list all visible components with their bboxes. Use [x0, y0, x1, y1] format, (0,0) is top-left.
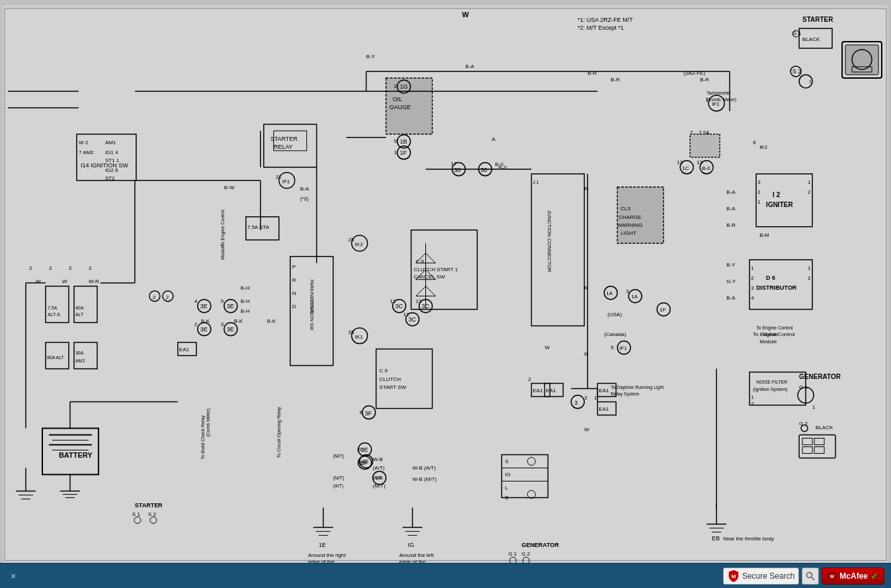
- svg-text:2: 2: [528, 376, 531, 382]
- svg-text:2: 2: [166, 294, 169, 300]
- svg-text:(Comb. Meter): (Comb. Meter): [706, 97, 736, 103]
- svg-text:B-R: B-R: [611, 77, 620, 83]
- svg-text:W-R: W-R: [89, 278, 99, 284]
- svg-text:B-0: B-0: [702, 165, 710, 171]
- svg-text:B-K: B-K: [234, 318, 243, 324]
- svg-text:3C: 3C: [409, 316, 417, 323]
- svg-text:13: 13: [677, 159, 683, 165]
- svg-text:IF1: IF1: [619, 345, 627, 351]
- svg-text:3C: 3C: [396, 303, 403, 310]
- svg-text:G 1: G 1: [508, 551, 517, 557]
- mcafee-badge[interactable]: M McAfee ✓: [822, 567, 884, 585]
- svg-text:BLACK: BLACK: [816, 425, 833, 431]
- svg-text:(M/T): (M/T): [333, 454, 345, 459]
- svg-text:W-B (A/T): W-B (A/T): [413, 465, 437, 471]
- svg-text:B-A: B-A: [726, 295, 736, 301]
- svg-text:7 AM2: 7 AM2: [79, 149, 94, 155]
- svg-text:1B: 1B: [400, 138, 407, 145]
- svg-text:3E: 3E: [361, 446, 368, 453]
- svg-text:CL3: CL3: [620, 206, 630, 212]
- svg-text:17: 17: [450, 161, 456, 167]
- svg-text:IG: IG: [505, 472, 510, 478]
- svg-text:80A ALT: 80A ALT: [47, 355, 65, 360]
- svg-text:B-A: B-A: [726, 206, 736, 212]
- wiring-diagram-area: W *1: USA 2RZ-FE M/T *2: M/T Except *1 S…: [0, 0, 891, 563]
- secure-search-area: M Secure Search: [723, 567, 799, 585]
- svg-text:S 2: S 2: [792, 68, 802, 75]
- svg-text:W 2: W 2: [79, 140, 89, 146]
- svg-text:IK1: IK1: [355, 334, 364, 340]
- svg-text:25: 25: [349, 329, 355, 335]
- taskbar: × M Secure Search: [0, 563, 891, 588]
- svg-text:EA1: EA1: [599, 388, 609, 394]
- svg-text:IG1 4: IG1 4: [105, 149, 118, 155]
- svg-text:W-B: W-B: [373, 456, 383, 462]
- svg-text:(Comb Meter): (Comb Meter): [206, 408, 211, 437]
- svg-text:4: 4: [194, 298, 198, 304]
- svg-text:Module: Module: [763, 332, 778, 337]
- svg-text:M: M: [732, 573, 736, 579]
- taskbar-center: M Secure Search M McAfee ✓: [445, 567, 892, 585]
- svg-text:30A: 30A: [75, 351, 84, 355]
- svg-line-350: [812, 577, 815, 581]
- svg-text:B-W: B-W: [224, 185, 235, 190]
- svg-text:L: L: [505, 485, 508, 491]
- svg-text:Tachometer: Tachometer: [706, 91, 731, 95]
- svg-text:12: 12: [403, 312, 409, 317]
- svg-text:EA1: EA1: [532, 388, 543, 394]
- svg-text:3: 3: [751, 285, 754, 291]
- svg-text:3: 3: [584, 395, 587, 401]
- svg-text:IG: IG: [408, 542, 415, 548]
- svg-text:START SW: START SW: [380, 384, 407, 390]
- svg-text:R: R: [292, 277, 296, 283]
- svg-text:(A/T): (A/T): [333, 483, 344, 489]
- svg-text:CLUTCH START 1: CLUTCH START 1: [414, 267, 458, 273]
- svg-text:STARTER: STARTER: [802, 16, 833, 23]
- svg-text:AM1: AM1: [105, 140, 116, 146]
- svg-text:S 1: S 1: [132, 511, 141, 517]
- svg-text:B-M: B-M: [759, 232, 769, 238]
- svg-text:W: W: [584, 427, 589, 433]
- svg-text:1: 1: [809, 79, 812, 84]
- svg-text:(USA): (USA): [607, 312, 622, 317]
- svg-text:5: 5: [221, 298, 224, 304]
- svg-text:To Engine Control: To Engine Control: [220, 210, 226, 247]
- search-button[interactable]: [802, 567, 819, 585]
- svg-text:B-Y: B-Y: [726, 262, 736, 268]
- svg-text:W: W: [544, 345, 550, 351]
- secure-search-label: Secure Search: [742, 571, 794, 581]
- svg-text:IG2 6: IG2 6: [105, 167, 118, 173]
- svg-text:3: 3: [626, 288, 629, 294]
- svg-text:(2AZ-FE): (2AZ-FE): [683, 70, 705, 76]
- svg-text:3E: 3E: [227, 326, 234, 333]
- svg-text:STARTER: STARTER: [135, 502, 163, 509]
- svg-text:JUNCTION CONNECTOR: JUNCTION CONNECTOR: [546, 210, 552, 273]
- mcafee-shield-icon: M: [728, 570, 740, 582]
- svg-text:B-A: B-A: [300, 186, 310, 192]
- svg-text:To Daytime Running Light: To Daytime Running Light: [611, 385, 663, 390]
- svg-text:1: 1: [751, 265, 754, 271]
- svg-text:Module: Module: [759, 339, 777, 345]
- svg-text:(A/T): (A/T): [373, 465, 385, 471]
- svg-text:DISTRIBUTOR: DISTRIBUTOR: [756, 284, 797, 291]
- svg-text:W: W: [62, 278, 67, 284]
- svg-text:B-R: B-R: [700, 77, 709, 83]
- svg-text:G-Y: G-Y: [726, 278, 736, 284]
- svg-text:B-H: B-H: [241, 308, 250, 314]
- svg-text:3E: 3E: [200, 303, 208, 310]
- svg-rect-297: [690, 134, 720, 157]
- svg-text:CLUTCH: CLUTCH: [380, 376, 402, 382]
- svg-text:4: 4: [751, 295, 754, 301]
- svg-text:ST2: ST2: [105, 175, 115, 181]
- svg-text:RELAY: RELAY: [274, 144, 293, 150]
- svg-text:NOISE FILTER: NOISE FILTER: [756, 380, 787, 384]
- svg-text:3E: 3E: [200, 326, 208, 333]
- svg-text:1: 1: [394, 149, 398, 155]
- close-button[interactable]: ×: [5, 571, 21, 581]
- svg-text:M: M: [830, 574, 834, 579]
- svg-text:OIL: OIL: [393, 96, 402, 103]
- svg-text:G 2: G 2: [521, 551, 530, 557]
- svg-text:(Canada): (Canada): [604, 331, 626, 337]
- svg-text:2: 2: [29, 265, 32, 271]
- taskbar-left: ×: [0, 571, 445, 581]
